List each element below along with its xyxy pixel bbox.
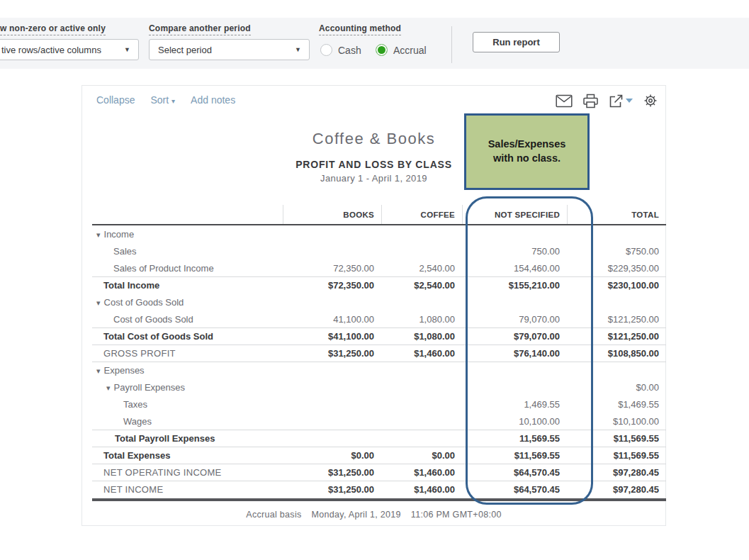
- annotation-note: Sales/Expenses with no class.: [464, 113, 590, 190]
- table-row: Sales750.00$750.00: [92, 242, 666, 259]
- cash-radio-label: Cash: [338, 45, 361, 56]
- chevron-down-icon: ▼: [295, 46, 301, 53]
- cash-radio[interactable]: Cash: [320, 44, 361, 56]
- amount-cell[interactable]: $11,569.55: [567, 433, 666, 444]
- table-row: ▾Expenses: [92, 362, 666, 379]
- amount-cell[interactable]: 1,469.55: [462, 399, 567, 410]
- pnl-table: BOOKSCOFFEENOT SPECIFIEDTOTAL ▾IncomeSal…: [92, 205, 666, 501]
- header-row-label: [92, 205, 283, 224]
- compare-period-select[interactable]: Select period ▼: [149, 39, 310, 60]
- row-label: ▾Cost of Goods Sold: [92, 297, 283, 308]
- amount-cell[interactable]: $11,569.55: [567, 450, 666, 461]
- accrual-radio[interactable]: Accrual: [376, 44, 427, 56]
- table-row: Total Income$72,350.00$2,540.00$155,210.…: [92, 276, 666, 293]
- collapse-caret-icon[interactable]: ▾: [96, 230, 101, 239]
- run-report-button[interactable]: Run report: [473, 32, 560, 52]
- amount-cell[interactable]: 2,540.00: [381, 263, 462, 274]
- amount-cell[interactable]: 72,350.00: [283, 263, 381, 274]
- amount-cell[interactable]: $1,460.00: [381, 484, 462, 495]
- settings-icon[interactable]: [643, 93, 658, 108]
- amount-cell[interactable]: $31,250.00: [283, 348, 381, 359]
- amount-cell[interactable]: $10,100.00: [567, 416, 666, 427]
- amount-cell[interactable]: 1,080.00: [381, 314, 462, 325]
- table-row: Wages10,100.00$10,100.00: [92, 413, 666, 430]
- rows-columns-select[interactable]: tive rows/active columns ▼: [0, 39, 139, 60]
- row-label: Total Payroll Expenses: [92, 433, 283, 444]
- table-row: Cost of Goods Sold41,100.001,080.0079,07…: [92, 310, 666, 327]
- amount-cell[interactable]: 10,100.00: [462, 416, 567, 427]
- amount-cell[interactable]: $76,140.00: [462, 348, 567, 359]
- table-header: BOOKSCOFFEENOT SPECIFIEDTOTAL: [92, 205, 666, 225]
- amount-cell[interactable]: 154,460.00: [462, 263, 567, 274]
- amount-cell[interactable]: $1,460.00: [381, 467, 462, 478]
- amount-cell[interactable]: $64,570.45: [462, 484, 567, 495]
- amount-cell[interactable]: $1,080.00: [381, 331, 462, 342]
- amount-cell[interactable]: $0.00: [567, 382, 666, 393]
- collapse-caret-icon[interactable]: ▾: [106, 383, 111, 392]
- column-header: COFFEE: [381, 205, 462, 224]
- row-label: Total Cost of Goods Sold: [92, 331, 283, 342]
- toolbar-divider: [451, 26, 452, 63]
- print-icon[interactable]: [582, 94, 599, 108]
- column-header: TOTAL: [567, 205, 666, 224]
- chevron-down-icon: ▼: [124, 46, 130, 53]
- report-footer: Accrual basis Monday, April 1, 2019 11:0…: [82, 510, 665, 520]
- sort-dropdown[interactable]: Sort ▾: [150, 94, 175, 106]
- email-icon[interactable]: [556, 94, 573, 108]
- accounting-method-label: Accounting method: [319, 23, 401, 35]
- chevron-down-icon: ▾: [171, 97, 175, 105]
- amount-cell[interactable]: 11,569.55: [462, 433, 567, 444]
- collapse-caret-icon[interactable]: ▾: [96, 298, 101, 307]
- rows-columns-select-value: tive rows/active columns: [0, 45, 101, 55]
- row-label: ▾Payroll Expenses: [92, 382, 283, 393]
- amount-cell[interactable]: $1,469.55: [567, 399, 666, 410]
- amount-cell[interactable]: $41,100.00: [283, 331, 381, 342]
- amount-cell[interactable]: $2,540.00: [381, 280, 462, 291]
- amount-cell[interactable]: $0.00: [283, 450, 381, 461]
- report-actions: Collapse Sort ▾ Add notes: [96, 94, 235, 106]
- amount-cell[interactable]: $79,070.00: [462, 331, 567, 342]
- amount-cell[interactable]: $229,350.00: [567, 263, 666, 274]
- table-row: NET INCOME$31,250.00$1,460.00$64,570.45$…: [92, 481, 666, 498]
- collapse-caret-icon[interactable]: ▾: [96, 366, 101, 375]
- row-label: Sales of Product Income: [92, 263, 283, 274]
- table-body: ▾IncomeSales750.00$750.00Sales of Produc…: [92, 225, 666, 498]
- amount-cell[interactable]: $0.00: [381, 450, 462, 461]
- add-notes-link[interactable]: Add notes: [191, 94, 235, 106]
- amount-cell[interactable]: $230,100.00: [567, 280, 666, 291]
- radio-selected-icon: [376, 44, 388, 56]
- amount-cell[interactable]: 750.00: [462, 246, 567, 257]
- row-label: ▾Expenses: [92, 365, 283, 376]
- chevron-down-icon[interactable]: [626, 99, 633, 103]
- amount-cell[interactable]: $750.00: [567, 246, 666, 257]
- amount-cell[interactable]: 41,100.00: [283, 314, 381, 325]
- table-bottom-rule: [92, 498, 666, 501]
- row-label: Total Expenses: [92, 450, 283, 461]
- amount-cell[interactable]: $31,250.00: [283, 467, 381, 478]
- amount-cell[interactable]: 79,070.00: [462, 314, 567, 325]
- export-icon[interactable]: [609, 94, 633, 108]
- show-rows-label: w non-zero or active only: [0, 23, 106, 35]
- amount-cell[interactable]: $108,850.00: [567, 348, 666, 359]
- footer-date: Monday, April 1, 2019: [312, 510, 401, 520]
- amount-cell[interactable]: $31,250.00: [283, 484, 381, 495]
- amount-cell[interactable]: $121,250.00: [567, 331, 666, 342]
- compare-period-select-value: Select period: [150, 45, 212, 55]
- amount-cell[interactable]: $155,210.00: [462, 280, 567, 291]
- amount-cell[interactable]: $11,569.55: [462, 450, 567, 461]
- table-row: GROSS PROFIT$31,250.00$1,460.00$76,140.0…: [92, 345, 666, 362]
- amount-cell[interactable]: $121,250.00: [567, 314, 666, 325]
- amount-cell[interactable]: $72,350.00: [283, 280, 381, 291]
- footer-basis: Accrual basis: [246, 510, 301, 520]
- amount-cell[interactable]: $1,460.00: [381, 348, 462, 359]
- collapse-link[interactable]: Collapse: [96, 94, 135, 106]
- amount-cell[interactable]: $97,280.45: [567, 467, 666, 478]
- amount-cell[interactable]: $64,570.45: [462, 467, 567, 478]
- amount-cell[interactable]: $97,280.45: [567, 484, 666, 495]
- compare-period-label: Compare another period: [149, 23, 251, 35]
- table-row: Taxes1,469.55$1,469.55: [92, 396, 666, 413]
- radio-unselected-icon: [320, 44, 332, 56]
- table-row: ▾Cost of Goods Sold: [92, 293, 666, 310]
- table-row: Sales of Product Income72,350.002,540.00…: [92, 259, 666, 276]
- row-label: Total Income: [92, 280, 283, 291]
